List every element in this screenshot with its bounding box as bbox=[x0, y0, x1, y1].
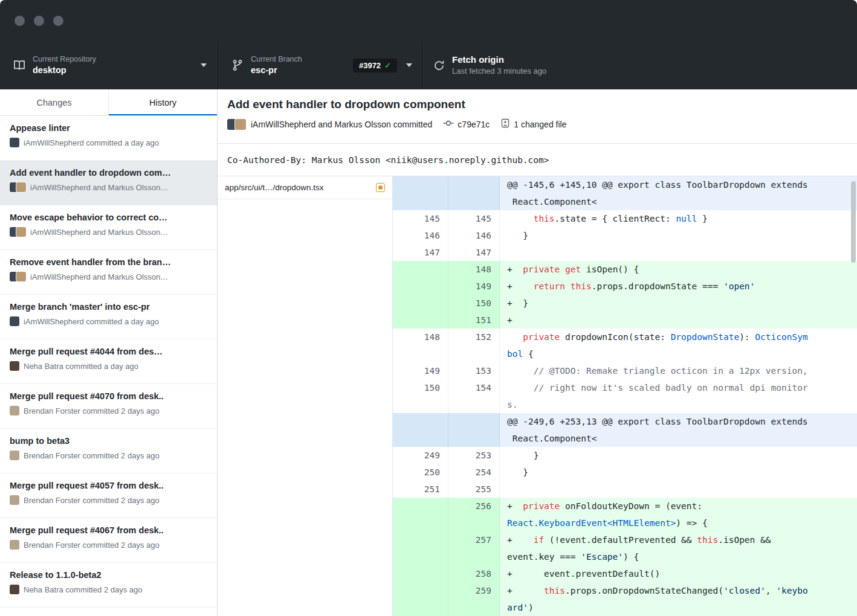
changed-files-count: 1 changed file bbox=[514, 120, 566, 129]
commit-description: Co-Authored-By: Markus Olsson <niik@user… bbox=[218, 144, 857, 176]
commit-list-item[interactable]: Add event handler to dropdown com… iAmWi… bbox=[0, 161, 217, 205]
current-repository-button[interactable]: Current Repository desktop bbox=[0, 41, 218, 89]
main-area: Changes History Appease linter iAmWillSh… bbox=[0, 89, 857, 616]
diff-view: @@ -145,6 +145,10 @@ export class Toolba… bbox=[393, 176, 857, 616]
commit-list-item[interactable]: Appease linter iAmWillShepherd committed… bbox=[0, 116, 217, 161]
diff-body: app/src/ui/t…/dropdown.tsx @@ -145,6 +14… bbox=[218, 176, 857, 616]
commit-list-item[interactable]: Merge branch 'master' into esc-pr iAmWil… bbox=[0, 295, 217, 339]
avatar bbox=[16, 182, 26, 192]
diff-line: 147147 bbox=[393, 244, 857, 261]
avatar bbox=[16, 272, 26, 281]
commit-detail-panel: Add event handler to dropdown component … bbox=[218, 89, 857, 616]
diff-line: 257+ if (!event.defaultPrevented && this… bbox=[393, 531, 857, 565]
diff-line: 150154 // right now it's scaled badly on… bbox=[393, 379, 857, 413]
diff-line: 145145 this.state = { clientRect: null } bbox=[393, 210, 857, 227]
avatar bbox=[10, 585, 19, 594]
commit-item-title: Merge pull request #4057 from desk.. bbox=[10, 481, 207, 490]
avatar bbox=[10, 406, 19, 415]
commit-list-item[interactable]: Move escape behavior to correct co… iAmW… bbox=[0, 205, 217, 250]
diff-line: 150+ } bbox=[393, 295, 857, 312]
commit-item-meta-row: Brendan Forster committed 2 days ago bbox=[10, 451, 207, 460]
commit-item-meta: iAmWillShepherd and Markus Olsson… bbox=[30, 183, 168, 192]
avatar bbox=[10, 451, 19, 460]
changed-files-item: 1 changed file bbox=[500, 118, 566, 130]
tab-changes[interactable]: Changes bbox=[0, 89, 109, 115]
tab-history[interactable]: History bbox=[109, 89, 217, 115]
commit-item-meta: Neha Batra committed a day ago bbox=[24, 362, 138, 371]
commit-sha-item: c79e71c bbox=[443, 118, 490, 130]
commit-item-meta: iAmWillShepherd committed a day ago bbox=[24, 317, 159, 326]
sidebar: Changes History Appease linter iAmWillSh… bbox=[0, 89, 218, 616]
commit-item-avatars bbox=[10, 585, 19, 594]
commit-item-title: Move escape behavior to correct co… bbox=[10, 213, 207, 222]
commit-list-item[interactable]: Remove event handler from the bran… iAmW… bbox=[0, 250, 217, 295]
commit-list-item[interactable]: Merge pull request #4070 from desk.. Bre… bbox=[0, 384, 217, 429]
commit-item-meta-row: Neha Batra committed a day ago bbox=[10, 361, 207, 371]
commit-item-meta-row: iAmWillShepherd committed a day ago bbox=[10, 316, 207, 326]
file-row[interactable]: app/src/ui/t…/dropdown.tsx bbox=[218, 176, 392, 199]
toolbar: Current Repository desktop Current Branc… bbox=[0, 41, 857, 89]
commit-item-meta: Brendan Forster committed 2 days ago bbox=[24, 541, 160, 550]
commit-item-avatars bbox=[10, 138, 19, 147]
chevron-down-icon bbox=[201, 63, 207, 67]
commit-item-title: Release to 1.1.0-beta2 bbox=[10, 570, 207, 580]
commit-item-avatars bbox=[10, 540, 19, 550]
commit-icon bbox=[443, 118, 454, 130]
current-branch-value: esc-pr bbox=[251, 65, 302, 76]
commit-item-meta-row: Neha Batra committed 2 days ago bbox=[10, 585, 207, 594]
commit-item-avatars bbox=[10, 182, 26, 192]
commit-item-meta-row: Brendan Forster committed 2 days ago bbox=[10, 406, 207, 415]
commit-item-meta: iAmWillShepherd committed a day ago bbox=[24, 138, 159, 147]
diff-hunk-header: @@ -145,6 +145,10 @@ export class Toolba… bbox=[393, 176, 857, 210]
fetch-origin-label: Fetch origin bbox=[452, 54, 546, 66]
diff-hunk-header: @@ -249,6 +253,13 @@ export class Toolba… bbox=[393, 413, 857, 447]
commit-item-meta: Brendan Forster committed 2 days ago bbox=[24, 406, 160, 415]
commit-item-title: Add event handler to dropdown com… bbox=[10, 168, 207, 178]
diff-line: 148152 private dropdownIcon(state: Dropd… bbox=[393, 329, 857, 362]
fetch-origin-button[interactable]: Fetch origin Last fetched 3 minutes ago bbox=[422, 41, 629, 89]
commit-item-title: Merge pull request #4070 from desk.. bbox=[10, 391, 207, 401]
scrollbar-thumb[interactable] bbox=[851, 181, 856, 263]
diff-line: 251255 bbox=[393, 481, 857, 498]
commit-list-item[interactable]: Merge pull request #4044 from des… Neha … bbox=[0, 339, 217, 384]
diff-line: 148+ private get isOpen() { bbox=[393, 261, 857, 278]
commit-item-avatars bbox=[10, 406, 19, 415]
commit-title: Add event handler to dropdown component bbox=[227, 98, 847, 111]
commit-item-avatars bbox=[10, 451, 19, 460]
avatar bbox=[235, 119, 246, 130]
commit-list-item[interactable]: Merge pull request #4058 from desk.. Bre… bbox=[0, 608, 217, 616]
file-list: app/src/ui/t…/dropdown.tsx bbox=[218, 176, 393, 616]
diff-line: 256+ private onFoldoutKeyDown = (event: … bbox=[393, 498, 857, 531]
commit-list: Appease linter iAmWillShepherd committed… bbox=[0, 116, 217, 616]
minimize-button[interactable] bbox=[34, 16, 44, 26]
commit-item-meta: Brendan Forster committed 2 days ago bbox=[24, 451, 160, 460]
current-branch-button[interactable]: Current Branch esc-pr #3972 ✓ bbox=[218, 41, 422, 89]
commit-item-title: Merge pull request #4044 from des… bbox=[10, 347, 207, 356]
zoom-button[interactable] bbox=[53, 16, 63, 26]
commit-item-meta: iAmWillShepherd and Markus Olsson… bbox=[30, 228, 168, 237]
current-branch-label: Current Branch bbox=[251, 54, 302, 64]
commit-item-title: Remove event handler from the bran… bbox=[10, 257, 207, 267]
commit-item-meta-row: Brendan Forster committed 2 days ago bbox=[10, 495, 207, 505]
diff-scrollbar[interactable] bbox=[850, 176, 857, 616]
commit-avatars bbox=[227, 119, 246, 130]
check-icon: ✓ bbox=[384, 61, 391, 70]
titlebar bbox=[0, 0, 857, 41]
close-button[interactable] bbox=[15, 16, 25, 26]
commit-list-item[interactable]: bump to beta3 Brendan Forster committed … bbox=[0, 429, 217, 473]
diff-line: 146146 } bbox=[393, 227, 857, 244]
avatar bbox=[10, 540, 19, 550]
commit-list-item[interactable]: Merge pull request #4067 from desk.. Bre… bbox=[0, 518, 217, 563]
commit-item-meta-row: iAmWillShepherd and Markus Olsson… bbox=[10, 272, 207, 281]
diff-panel: @@ -145,6 +145,10 @@ export class Toolba… bbox=[393, 176, 857, 616]
sync-icon bbox=[433, 60, 445, 71]
diff-line: 149153 // @TODO: Remake triangle octicon… bbox=[393, 362, 857, 379]
avatar bbox=[16, 227, 26, 237]
current-repository-label: Current Repository bbox=[33, 54, 96, 64]
diff-line: 259+ this.props.onDropdownStateChanged('… bbox=[393, 582, 857, 616]
commit-list-item[interactable]: Merge pull request #4057 from desk.. Bre… bbox=[0, 473, 217, 518]
commit-list-item[interactable]: Release to 1.1.0-beta2 Neha Batra commit… bbox=[0, 563, 217, 608]
diff-line: 249253 } bbox=[393, 447, 857, 464]
pr-badge: #3972 ✓ bbox=[353, 59, 397, 72]
avatar bbox=[10, 495, 19, 505]
